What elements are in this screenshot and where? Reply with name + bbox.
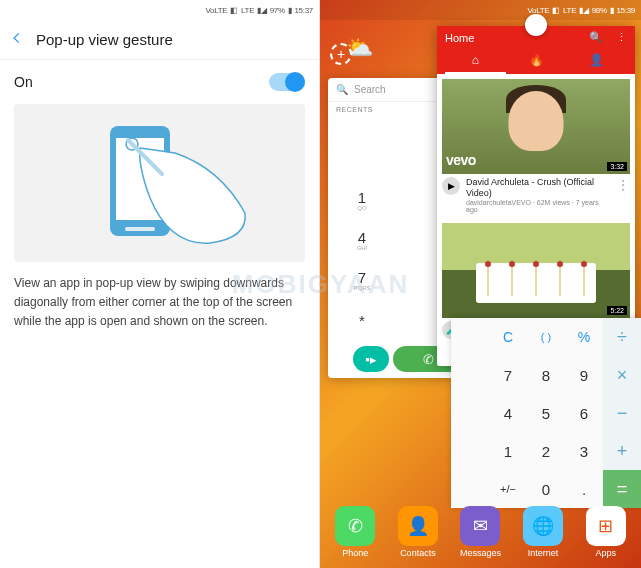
settings-screen: VoLTE ◧ LTE ▮◢ 97% ▮ 15:37 Pop-up view g… <box>0 0 320 568</box>
app-label: Apps <box>595 548 616 558</box>
calc-key-2[interactable]: 2 <box>527 432 565 470</box>
status-bar-left: VoLTE ◧ LTE ▮◢ 97% ▮ 15:37 <box>0 0 319 20</box>
thumbnail: 5:22 <box>442 223 630 318</box>
calc-key-3[interactable]: 3 <box>565 432 603 470</box>
volte-icon: VoLTE <box>205 6 227 15</box>
calc-key-[interactable]: − <box>603 394 641 432</box>
home-screen: VoLTE ◧ LTE ▮◢ 98% ▮ 15:39 ⛅ + 🔍 Search … <box>320 0 641 568</box>
calc-key-7[interactable]: 7 <box>489 356 527 394</box>
video-call-button[interactable]: ▪▸ <box>353 346 389 372</box>
lte-icon: LTE <box>563 6 576 15</box>
calc-key-5[interactable]: 5 <box>527 394 565 432</box>
popup-handle[interactable] <box>525 14 547 36</box>
calc-key-1[interactable]: 1 <box>489 432 527 470</box>
battery-pct: 98% <box>592 6 607 15</box>
illustration <box>14 104 305 262</box>
dial-key[interactable]: * <box>342 300 382 340</box>
back-icon[interactable] <box>10 31 24 49</box>
signal-icon: ▮◢ <box>579 6 588 15</box>
app-label: Messages <box>460 548 501 558</box>
app-internet[interactable]: 🌐Internet <box>515 506 571 558</box>
dial-key[interactable]: 4GHI <box>342 220 382 260</box>
vevo-logo: vevo <box>446 152 476 168</box>
app-contacts[interactable]: 👤Contacts <box>390 506 446 558</box>
channel-avatar: ▶ <box>442 177 460 195</box>
app-label: Contacts <box>400 548 436 558</box>
app-icon: ✉ <box>460 506 500 546</box>
calc-spacer <box>451 432 489 470</box>
search-placeholder: Search <box>354 84 386 95</box>
dial-key[interactable]: 1QO <box>342 180 382 220</box>
data-icon: ◧ <box>230 6 238 15</box>
app-icon: ✆ <box>335 506 375 546</box>
tab-account[interactable]: 👤 <box>566 48 627 74</box>
app-dock: ✆Phone👤Contacts✉Messages🌐Internet⊞Apps <box>320 498 641 568</box>
battery-pct: 97% <box>270 6 285 15</box>
calc-key-6[interactable]: 6 <box>565 394 603 432</box>
header: Pop-up view gesture <box>0 20 319 60</box>
app-label: Internet <box>528 548 559 558</box>
video-menu-icon[interactable]: ⋮ <box>616 177 630 193</box>
thumbnail: vevo 3:32 <box>442 79 630 174</box>
toggle-switch[interactable] <box>269 73 305 91</box>
calc-spacer <box>451 394 489 432</box>
tab-home[interactable]: ⌂ <box>445 48 506 74</box>
clock: 15:37 <box>294 6 313 15</box>
signal-icon: ▮◢ <box>257 6 266 15</box>
app-icon: ⊞ <box>586 506 626 546</box>
search-icon: 🔍 <box>336 84 348 95</box>
battery-icon: ▮ <box>610 6 614 15</box>
page-title: Pop-up view gesture <box>36 31 173 48</box>
calc-spacer <box>451 356 489 394</box>
add-icon: + <box>330 43 352 65</box>
calc-key-8[interactable]: 8 <box>527 356 565 394</box>
toggle-row: On <box>0 60 319 104</box>
lte-icon: LTE <box>241 6 254 15</box>
calc-key-[interactable]: ( ) <box>527 318 565 356</box>
menu-icon[interactable]: ⋮ <box>616 31 627 43</box>
calculator-grid: C( )%÷789×456−123++/−0.= <box>451 318 641 508</box>
video-sub: davidarchuletaVEVO · 62M views · 7 years… <box>466 199 610 213</box>
calc-key-[interactable]: % <box>565 318 603 356</box>
calc-key-4[interactable]: 4 <box>489 394 527 432</box>
clock: 15:39 <box>616 6 635 15</box>
svg-rect-4 <box>125 227 155 231</box>
youtube-title: Home <box>445 32 474 44</box>
calc-key-9[interactable]: 9 <box>565 356 603 394</box>
calc-key-[interactable]: + <box>603 432 641 470</box>
search-icon[interactable]: 🔍 <box>589 31 603 43</box>
tab-trending[interactable]: 🔥 <box>506 48 567 74</box>
battery-icon: ▮ <box>288 6 292 15</box>
video-title: David Archuleta - Crush (Official Video) <box>466 177 610 199</box>
youtube-tabs: ⌂ 🔥 👤 <box>445 48 627 74</box>
calc-key-[interactable]: ÷ <box>603 318 641 356</box>
app-apps[interactable]: ⊞Apps <box>578 506 634 558</box>
status-bar-right: VoLTE ◧ LTE ▮◢ 98% ▮ 15:39 <box>320 0 641 20</box>
duration-badge: 5:22 <box>607 306 627 315</box>
youtube-popup[interactable]: Home 🔍 ⋮ ⌂ 🔥 👤 vevo 3:32 ▶ Dav <box>437 26 635 366</box>
weather-widget[interactable]: ⛅ + <box>328 35 372 79</box>
duration-badge: 3:32 <box>607 162 627 171</box>
toggle-label: On <box>14 74 33 90</box>
video-card-0[interactable]: vevo 3:32 ▶ David Archuleta - Crush (Off… <box>437 74 635 218</box>
data-icon: ◧ <box>552 6 560 15</box>
app-icon: 👤 <box>398 506 438 546</box>
calculator-popup[interactable]: C( )%÷789×456−123++/−0.= <box>451 318 641 508</box>
app-icon: 🌐 <box>523 506 563 546</box>
app-label: Phone <box>342 548 368 558</box>
calc-spacer <box>451 318 489 356</box>
app-phone[interactable]: ✆Phone <box>327 506 383 558</box>
dial-key[interactable]: 7PQRS <box>342 260 382 300</box>
app-messages[interactable]: ✉Messages <box>452 506 508 558</box>
calc-key-C[interactable]: C <box>489 318 527 356</box>
calc-key-[interactable]: × <box>603 356 641 394</box>
description: View an app in pop-up view by swiping do… <box>0 274 319 332</box>
volte-icon: VoLTE <box>527 6 549 15</box>
